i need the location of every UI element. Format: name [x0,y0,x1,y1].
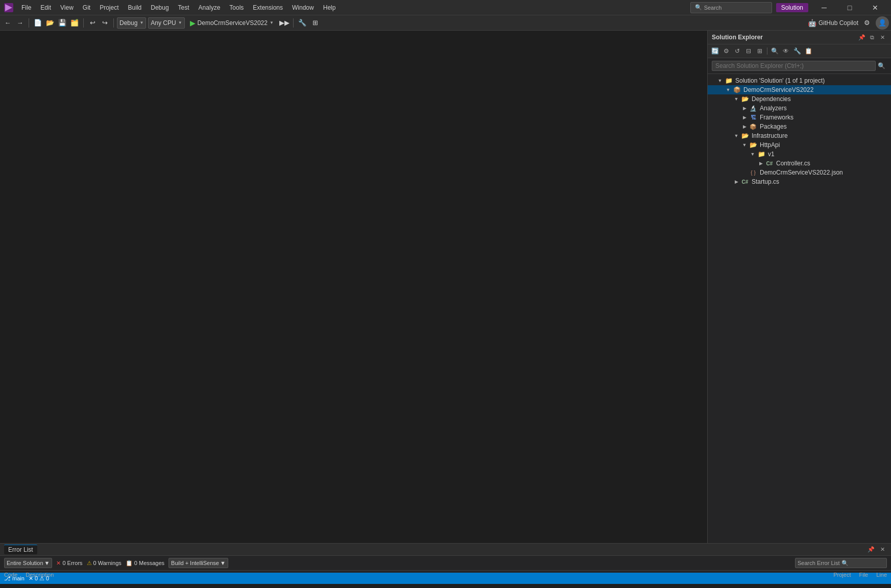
menu-test[interactable]: Test [174,2,194,13]
debug-config-dropdown[interactable]: Debug ▼ [117,17,146,29]
maximize-button[interactable]: □ [838,1,861,15]
svg-marker-0 [5,4,12,11]
error-list-tab[interactable]: Error List [4,545,37,554]
close-button[interactable]: ✕ [863,1,887,15]
tree-item-appsettings[interactable]: ▶ { } DemoCrmServiceVS2022.json [708,168,891,177]
copilot-settings-button[interactable]: ⚙ [861,17,873,29]
tree-item-httpapi[interactable]: ▼ 📂 HttpApi [708,140,891,150]
se-props-button[interactable]: 📋 [803,46,813,56]
messages-badge[interactable]: 📋 0 Messages [126,560,164,567]
layout-button[interactable]: ⊞ [310,17,321,29]
se-tree: ▼ 📁 Solution 'Solution' (1 of 1 project)… [708,74,891,543]
menu-file[interactable]: File [17,2,35,13]
back-button[interactable]: ← [2,17,13,29]
se-search-input[interactable] [712,61,876,71]
minimize-button[interactable]: ─ [812,1,836,15]
se-float-button[interactable]: ⧉ [868,33,877,42]
tree-item-project[interactable]: ▼ 📦 DemoCrmServiceVS2022 [708,85,891,94]
user-avatar[interactable]: 👤 [876,16,889,30]
panel-close-button[interactable]: ✕ [878,545,887,554]
undo-button[interactable]: ↩ [87,17,98,29]
run-button[interactable]: ▶ DemoCrmServiceVS2022 ▼ [187,18,277,28]
error-search[interactable]: Search Error List 🔍 [795,558,887,568]
error-list-bar: Entire Solution ▼ ✕ 0 Errors ⚠ 0 Warning… [0,556,891,570]
menu-extensions[interactable]: Extensions [249,2,287,13]
col-file: File [859,572,868,578]
status-warning-icon: ⚠ 0 [39,575,49,582]
se-preview-button[interactable]: 👁 [781,46,791,56]
tree-item-v1[interactable]: ▼ 📁 v1 [708,150,891,159]
tree-item-startup[interactable]: ▶ C# Startup.cs [708,177,891,186]
httpapi-icon: 📂 [749,141,758,149]
message-count: 0 Messages [134,560,164,566]
forward-button[interactable]: → [14,17,26,29]
tree-item-packages[interactable]: ▶ 📦 Packages [708,122,891,131]
se-sep [767,47,767,55]
analyzers-label: Analyzers [760,105,787,112]
menu-debug[interactable]: Debug [147,2,173,13]
platform-dropdown[interactable]: Any CPU ▼ [148,17,184,29]
menu-window[interactable]: Window [288,2,318,13]
menu-help[interactable]: Help [319,2,340,13]
scope-filter-dropdown[interactable]: Entire Solution ▼ [4,558,52,568]
errors-badge[interactable]: ✕ 0 Errors [56,560,82,567]
panel-float-button[interactable]: 📌 [866,545,876,554]
solution-label: Solution 'Solution' (1 of 1 project) [735,77,825,84]
tree-item-dependencies[interactable]: ▼ 📂 Dependencies [708,94,891,104]
status-git[interactable]: ⎇ main [4,575,25,582]
frameworks-label: Frameworks [760,114,793,121]
message-icon: 📋 [126,560,133,567]
error-count: 0 Errors [62,560,82,566]
tree-item-controller[interactable]: ▶ C# Controller.cs [708,159,891,168]
toolbar-file-group: 📄 📂 💾 🗂️ [32,17,80,29]
start-options-button[interactable]: ▶▶ [279,17,290,29]
save-all-button[interactable]: 🗂️ [69,17,80,29]
v1-icon: 📁 [757,151,766,158]
tree-item-solution[interactable]: ▼ 📁 Solution 'Solution' (1 of 1 project) [708,76,891,85]
httpapi-label: HttpApi [760,141,780,149]
analyzers-icon: 🔬 [749,105,758,112]
packages-label: Packages [760,123,787,130]
menu-analyze[interactable]: Analyze [195,2,225,13]
packages-icon: 📦 [749,124,758,130]
infra-icon: 📂 [740,132,750,139]
se-filter-button[interactable]: 🔍 [769,46,780,56]
toolbar-sep-3 [113,18,114,28]
tree-item-analyzers[interactable]: ▶ 🔬 Analyzers [708,104,891,113]
se-pin-button[interactable]: 📌 [857,33,866,42]
build-filter-dropdown[interactable]: Build + IntelliSense ▼ [168,558,228,568]
save-button[interactable]: 💾 [57,17,68,29]
redo-button[interactable]: ↪ [99,17,110,29]
se-search-button[interactable]: 🔍 [876,60,887,71]
se-expand-button[interactable]: ⊞ [755,46,765,56]
open-file-button[interactable]: 📂 [44,17,56,29]
frameworks-arrow: ▶ [740,115,749,120]
menu-git[interactable]: Git [79,2,94,13]
httpapi-arrow: ▼ [740,142,749,148]
warnings-badge[interactable]: ⚠ 0 Warnings [87,560,122,567]
status-errors[interactable]: ✕ 0 ⚠ 0 [29,575,49,582]
tree-item-frameworks[interactable]: ▶ 🏗 Frameworks [708,113,891,122]
github-copilot[interactable]: 🤖 GitHub Copilot [808,19,858,27]
menu-build[interactable]: Build [124,2,146,13]
menu-tools[interactable]: Tools [225,2,248,13]
se-header-buttons: 📌 ⧉ ✕ [857,33,887,42]
dep-arrow: ▼ [732,96,740,102]
se-wrench-button[interactable]: 🔧 [792,46,802,56]
se-settings-button[interactable]: ⚙ [721,46,731,56]
menu-edit[interactable]: Edit [36,2,55,13]
startup-icon: C# [740,179,750,185]
project-icon: 📦 [732,86,741,93]
tools-button[interactable]: 🔧 [297,17,308,29]
menu-project[interactable]: Project [95,2,123,13]
se-refresh-button[interactable]: ↺ [732,46,742,56]
se-close-button[interactable]: ✕ [878,33,887,42]
tree-item-infrastructure[interactable]: ▼ 📂 Infrastructure [708,131,891,140]
se-collapse-button[interactable]: ⊟ [743,46,754,56]
menu-view[interactable]: View [56,2,78,13]
infra-arrow: ▼ [732,133,740,138]
title-search-bar[interactable]: 🔍 Search [690,2,772,13]
se-sync-button[interactable]: 🔄 [710,46,720,56]
solution-label[interactable]: Solution [776,3,808,12]
new-project-button[interactable]: 📄 [32,17,43,29]
